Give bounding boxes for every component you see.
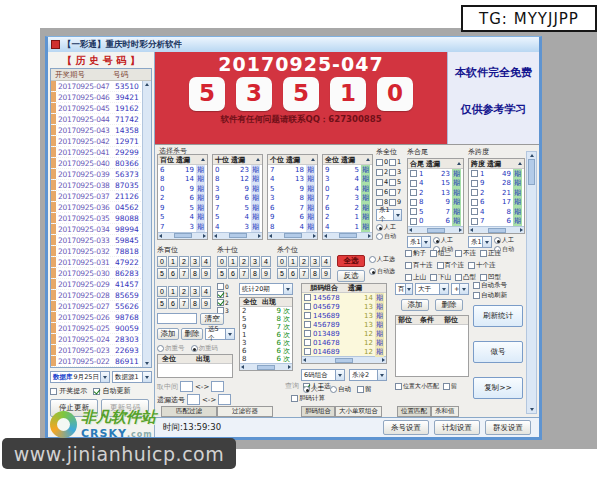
kill-all-digit-checkbox[interactable]: 1 <box>389 158 402 166</box>
kill-all-digit-checkbox[interactable]: 6 <box>376 188 389 196</box>
digit-button[interactable]: 8 <box>190 268 200 279</box>
row-checkbox[interactable] <box>410 180 417 187</box>
history-row[interactable]: 20170925-02286911 <box>51 356 151 367</box>
history-row[interactable]: 20170925-04471742 <box>51 114 151 125</box>
row-checkbox[interactable] <box>410 199 417 206</box>
row-checkbox[interactable] <box>471 180 478 187</box>
kill-settings-button[interactable]: 杀号设置 <box>383 420 429 435</box>
dan-combo-row[interactable]: 01467812期 <box>302 338 386 347</box>
omission-row[interactable]: 619期 <box>158 165 207 175</box>
omission-row[interactable]: 54期 <box>213 213 262 223</box>
kill-all-digit-checkbox[interactable]: 9 <box>389 198 402 206</box>
digit-button[interactable]: 4 <box>321 256 331 267</box>
history-row[interactable]: 20170925-03359845 <box>51 235 151 246</box>
row-checkbox[interactable] <box>410 189 417 196</box>
digit-button[interactable]: 2 <box>179 286 189 297</box>
refresh-stats-button[interactable]: 刷新统计 <box>473 305 523 327</box>
digit-button[interactable]: 7 <box>239 268 249 279</box>
omission-row[interactable]: 73期 <box>323 194 372 204</box>
row-checkbox[interactable] <box>304 294 311 301</box>
omission-row[interactable]: 95期 <box>323 165 372 175</box>
digit-button[interactable]: 5 <box>277 268 287 279</box>
keep-checkbox[interactable]: 留 <box>443 382 457 391</box>
history-row[interactable]: 20170925-02885659 <box>51 290 151 301</box>
pattern-checkbox[interactable]: 组三 <box>430 249 451 258</box>
digit-button[interactable]: 9 <box>261 268 271 279</box>
digit-button[interactable]: 6 <box>288 268 298 279</box>
row-checkbox[interactable] <box>304 321 311 328</box>
digit-button[interactable]: 3 <box>190 256 200 267</box>
history-row[interactable]: 20170925-03598088 <box>51 213 151 224</box>
h-scrollbar[interactable] <box>268 232 317 239</box>
digit-button[interactable]: 3 <box>190 286 200 297</box>
omission-row[interactable]: 21期 <box>323 213 372 223</box>
kill-all-auto-radio[interactable]: 自动 <box>376 232 403 241</box>
row-checkbox[interactable] <box>471 218 478 225</box>
tab-position-match[interactable]: 位置匹配 <box>397 406 431 417</box>
dan-combo-row[interactable]: 14568913期 <box>302 311 386 320</box>
h-scrollbar[interactable] <box>213 232 262 239</box>
omission-row[interactable]: 43期 <box>213 222 262 232</box>
history-row[interactable]: 20170925-03147922 <box>51 257 151 268</box>
omission-row[interactable]: 67期 <box>268 203 317 213</box>
digit-button[interactable]: 4 <box>201 286 211 297</box>
miss-from-input[interactable] <box>187 394 200 405</box>
scroll-up-icon[interactable] <box>311 158 315 161</box>
digit-button[interactable]: 2 <box>239 256 249 267</box>
no-repeat-radio[interactable]: 勿重号 <box>157 344 185 353</box>
source-select[interactable]: 数据源1 <box>112 371 152 383</box>
omission-row[interactable]: 39期 <box>213 184 262 194</box>
digit-button[interactable]: 0 <box>217 256 227 267</box>
auto-select-radio[interactable]: 自动选 <box>369 267 395 276</box>
h-scrollbar[interactable] <box>158 232 207 239</box>
pattern-checkbox[interactable]: 十个连 <box>468 261 496 270</box>
digit-button[interactable]: 5 <box>157 268 167 279</box>
kill-tail-row[interactable]: 06期 <box>408 217 463 227</box>
span-kill-count-select[interactable]: 杀1 <box>468 236 492 248</box>
dan-combo-row[interactable]: 14567814期 <box>302 293 386 302</box>
plan-settings-button[interactable]: 计划设置 <box>434 420 480 435</box>
history-row[interactable]: 20170925-02428303 <box>51 334 151 345</box>
cond-delete-button[interactable]: 删除 <box>435 299 463 311</box>
history-row[interactable]: 20170925-03278818 <box>51 246 151 257</box>
stats-row[interactable]: 86次 <box>240 355 292 363</box>
kill-count-select[interactable]: 杀1个 <box>376 209 402 221</box>
kill-all-manual-radio[interactable]: 人工 <box>376 223 403 232</box>
omission-row[interactable]: 41期 <box>323 222 372 232</box>
broadcast-settings-button[interactable]: 群发设置 <box>485 420 531 435</box>
pick-count-select[interactable]: 选5个 <box>205 328 235 340</box>
kill-span-row[interactable]: 48期 <box>469 207 524 217</box>
date-select[interactable]: 数据库 9月25日 <box>50 371 110 383</box>
omission-row[interactable]: 814期 <box>158 175 207 185</box>
row-checkbox[interactable] <box>410 170 417 177</box>
h-scrollbar[interactable] <box>469 226 524 233</box>
omission-row[interactable]: 023期 <box>213 165 262 175</box>
select-all-button[interactable]: 全选 <box>337 255 365 267</box>
omission-row[interactable]: 812期 <box>213 175 262 185</box>
kill-all-digit-checkbox[interactable]: 3 <box>389 168 402 176</box>
digit-button[interactable]: 9 <box>201 298 211 309</box>
row-checkbox[interactable] <box>410 208 417 215</box>
history-row[interactable]: 20170925-02590059 <box>51 323 151 334</box>
make-number-button[interactable]: 做号 <box>473 341 523 363</box>
scroll-up-icon[interactable] <box>457 162 461 165</box>
cond-position-select[interactable]: 百 <box>395 283 413 295</box>
digit-button[interactable]: 7 <box>179 268 189 279</box>
kill-all-digit-checkbox[interactable]: 4 <box>376 178 389 186</box>
scroll-up-icon[interactable] <box>145 83 149 86</box>
digit-button[interactable]: 0 <box>157 256 167 267</box>
digit-button[interactable]: 6 <box>228 268 238 279</box>
omission-row[interactable]: 96期 <box>213 194 262 204</box>
scroll-up-icon[interactable] <box>366 158 370 161</box>
auto-update-checkbox[interactable]: 自动更新 <box>93 386 130 396</box>
h-scrollbar[interactable] <box>408 226 463 233</box>
pattern-checkbox[interactable]: 豹子 <box>405 249 426 258</box>
clear-button[interactable]: 清空 <box>200 313 224 325</box>
row-checkbox[interactable] <box>304 303 311 310</box>
omission-row[interactable]: 96期 <box>268 213 317 223</box>
auto-refresh-checkbox[interactable]: 自动刷新 <box>473 291 507 300</box>
tail-kill-count-select[interactable]: 杀1 <box>407 236 431 248</box>
digit-button[interactable]: 7 <box>179 298 189 309</box>
omission-row[interactable]: 38期 <box>268 194 317 204</box>
h-scrollbar[interactable] <box>323 232 372 239</box>
